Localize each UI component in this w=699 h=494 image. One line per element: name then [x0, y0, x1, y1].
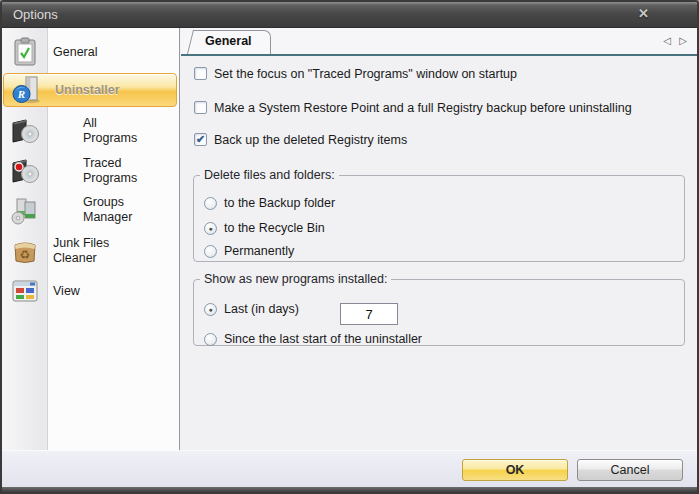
sidebar-item-label: Groups Manager: [83, 195, 149, 225]
sidebar-item-label: Traced Programs: [83, 156, 149, 186]
group-title: Delete files and folders:: [200, 168, 339, 182]
all-programs-icon: [9, 115, 41, 147]
tab-scroll-right-icon[interactable]: ▷: [679, 35, 687, 46]
sidebar-item-general[interactable]: General: [2, 34, 178, 70]
sidebar-item-traced-programs[interactable]: Traced Programs: [2, 152, 178, 190]
sidebar-item-uninstaller[interactable]: R Uninstaller: [3, 73, 177, 107]
footer: OK Cancel: [2, 450, 697, 487]
window-title: Options: [13, 7, 58, 22]
radio-label: to the Recycle Bin: [224, 221, 325, 235]
sidebar-item-groups-manager[interactable]: Groups Manager: [2, 191, 178, 229]
svg-text:♻: ♻: [20, 248, 31, 262]
traced-programs-icon: [9, 155, 41, 187]
groups-manager-icon: [9, 194, 41, 226]
radio-permanently[interactable]: Permanently: [204, 244, 294, 258]
content-panel: General ◁ ▷ Set the focus on "Traced Pro…: [181, 28, 697, 450]
radio-label: Permanently: [224, 244, 294, 258]
radio-last-in-days[interactable]: ● Last (in days): [204, 302, 299, 316]
delete-files-group: Delete files and folders: to the Backup …: [193, 168, 685, 262]
options-window: Options ✕ General: [0, 0, 699, 494]
uninstaller-icon: R: [11, 74, 43, 106]
tab-label: General: [205, 34, 252, 48]
sidebar-item-label: Junk Files Cleaner: [53, 236, 143, 266]
sidebar-item-label: View: [53, 284, 143, 299]
general-icon: [9, 36, 41, 68]
checkbox-focus-traced-programs[interactable]: Set the focus on "Traced Programs" windo…: [194, 65, 517, 82]
checkbox-box: [194, 67, 207, 80]
radio-label: Last (in days): [224, 302, 299, 316]
checkbox-system-restore-point[interactable]: Make a System Restore Point and a full R…: [194, 99, 632, 116]
sidebar: General R Uninstaller: [2, 28, 180, 450]
ok-button[interactable]: OK: [462, 459, 568, 481]
checkbox-label: Back up the deleted Registry items: [214, 133, 407, 147]
radio-circle: ●: [204, 222, 217, 235]
radio-circle: [204, 245, 217, 258]
radio-circle: [204, 197, 217, 210]
checkbox-label: Set the focus on "Traced Programs" windo…: [214, 67, 517, 81]
radio-backup-folder[interactable]: to the Backup folder: [204, 196, 335, 210]
checkbox-label: Make a System Restore Point and a full R…: [214, 101, 632, 115]
sidebar-item-all-programs[interactable]: All Programs: [2, 112, 178, 150]
checkbox-box: [194, 101, 207, 114]
group-title: Show as new programs installed:: [200, 272, 391, 286]
cancel-button[interactable]: Cancel: [577, 459, 683, 481]
sidebar-item-label: General: [53, 45, 143, 60]
junk-files-cleaner-icon: ♻: [9, 235, 41, 267]
tab-strip: General ◁ ▷: [181, 28, 697, 56]
close-icon[interactable]: ✕: [638, 6, 649, 21]
sidebar-item-label: Uninstaller: [55, 83, 145, 98]
checkbox-box: ✔: [194, 133, 207, 146]
view-icon: [9, 275, 41, 307]
radio-label: to the Backup folder: [224, 196, 335, 210]
tab-general[interactable]: General: [187, 30, 271, 54]
sidebar-item-junk-files-cleaner[interactable]: ♻ Junk Files Cleaner: [2, 232, 178, 270]
radio-recycle-bin[interactable]: ● to the Recycle Bin: [204, 221, 325, 235]
svg-text:R: R: [17, 88, 25, 100]
radio-label: Since the last start of the uninstaller: [224, 332, 422, 346]
dialog-body: General R Uninstaller: [2, 28, 697, 450]
sidebar-item-label: All Programs: [83, 116, 149, 146]
days-input[interactable]: [340, 303, 398, 325]
checkbox-backup-registry-items[interactable]: ✔ Back up the deleted Registry items: [194, 131, 407, 148]
show-new-programs-group: Show as new programs installed: ● Last (…: [193, 272, 685, 346]
radio-circle: [204, 333, 217, 346]
bottom-strip: [2, 487, 697, 492]
titlebar: Options ✕: [2, 2, 697, 28]
radio-since-last-start[interactable]: Since the last start of the uninstaller: [204, 332, 422, 346]
sidebar-item-view[interactable]: View: [2, 274, 178, 308]
tab-scroll-left-icon[interactable]: ◁: [663, 35, 671, 46]
radio-circle: ●: [204, 303, 217, 316]
